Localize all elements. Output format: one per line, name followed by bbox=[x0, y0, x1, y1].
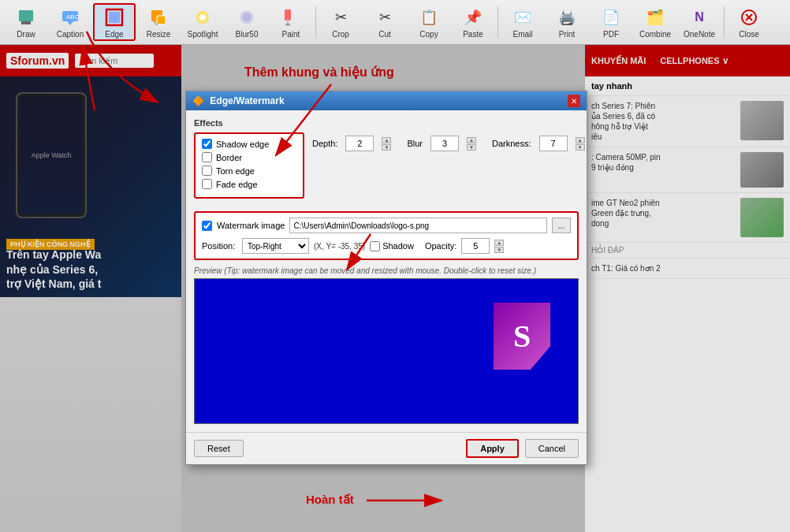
close-icon bbox=[738, 6, 760, 28]
tool-cut[interactable]: ✂ Cut bbox=[363, 3, 406, 41]
draw-icon bbox=[15, 6, 37, 28]
toolbar-divider-2 bbox=[497, 6, 498, 38]
tool-draw[interactable]: Draw bbox=[5, 3, 47, 41]
edge-watermark-dialog: 🔶 Edge/Watermark ✕ Effects Shadow edge B… bbox=[185, 91, 587, 465]
print-icon: 🖨️ bbox=[556, 6, 578, 28]
opacity-label: Opacity: bbox=[425, 241, 456, 251]
depth-up[interactable]: ▲ bbox=[382, 137, 391, 143]
depth-input[interactable] bbox=[345, 136, 374, 151]
tool-edge[interactable]: Edge bbox=[93, 3, 136, 41]
email-icon: ✉️ bbox=[512, 6, 534, 28]
shadow-check-row: Shadow bbox=[370, 241, 414, 251]
svg-point-14 bbox=[243, 13, 251, 21]
border-checkbox[interactable] bbox=[202, 152, 212, 162]
xy-value: (X, Y= -35, 35) bbox=[314, 242, 365, 251]
dialog-close-button[interactable]: ✕ bbox=[568, 95, 580, 107]
tool-combine[interactable]: 🗂️ Combine bbox=[634, 3, 676, 41]
copy-icon: 📋 bbox=[418, 6, 440, 28]
resize-icon: ⤡ bbox=[147, 6, 170, 28]
paint-icon bbox=[280, 6, 302, 28]
footer-right-buttons: Apply Cancel bbox=[466, 439, 579, 458]
tool-caption[interactable]: ABC Caption bbox=[49, 3, 91, 41]
shadow-edge-checkbox[interactable] bbox=[202, 139, 212, 149]
blur-label: Blur bbox=[407, 139, 423, 148]
watermark-checkbox[interactable] bbox=[202, 221, 212, 231]
border-row: Border bbox=[202, 152, 296, 162]
opacity-down[interactable]: ▼ bbox=[494, 247, 504, 253]
position-row: Position: Top-Right Top-Left Bottom-Righ… bbox=[202, 238, 571, 254]
tool-paste[interactable]: 📌 Paste bbox=[452, 3, 494, 41]
darkness-spinner: ▲ ▼ bbox=[576, 137, 585, 151]
cancel-button[interactable]: Cancel bbox=[525, 439, 579, 458]
shadow-watermark-checkbox[interactable] bbox=[370, 241, 380, 251]
onenote-icon: N bbox=[688, 6, 710, 28]
dialog-title: 🔶 Edge/Watermark bbox=[192, 95, 285, 106]
tool-crop[interactable]: ✂ Crop bbox=[319, 3, 362, 41]
tool-copy[interactable]: 📋 Copy bbox=[408, 3, 450, 41]
tool-pdf[interactable]: 📄 PDF bbox=[590, 3, 632, 41]
caption-icon: ABC bbox=[59, 6, 81, 28]
torn-edge-row: Torn edge bbox=[202, 166, 296, 176]
tool-resize[interactable]: ⤡ Resize bbox=[137, 3, 180, 41]
tool-email[interactable]: ✉️ Email bbox=[501, 3, 544, 41]
reset-button[interactable]: Reset bbox=[194, 440, 244, 457]
depth-down[interactable]: ▼ bbox=[382, 144, 391, 151]
svg-text:ABC: ABC bbox=[66, 13, 80, 20]
preview-watermark-logo: S bbox=[494, 303, 550, 370]
darkness-input[interactable] bbox=[539, 136, 568, 151]
shadow-edge-row: Shadow edge bbox=[202, 139, 296, 149]
torn-edge-label: Torn edge bbox=[216, 166, 255, 176]
spotlight-icon bbox=[192, 6, 214, 28]
shadow-watermark-label: Shadow bbox=[382, 241, 414, 251]
darkness-label: Darkness: bbox=[492, 139, 531, 148]
browse-button[interactable]: ... bbox=[552, 218, 571, 233]
tool-print[interactable]: 🖨️ Print bbox=[546, 3, 588, 41]
blur-input[interactable] bbox=[430, 136, 459, 151]
preview-area: S bbox=[194, 278, 579, 424]
effects-label: Effects bbox=[194, 118, 579, 128]
svg-rect-1 bbox=[21, 21, 31, 24]
opacity-input[interactable] bbox=[461, 238, 490, 254]
dialog-footer: Reset Apply Cancel bbox=[186, 432, 587, 464]
fade-edge-checkbox[interactable] bbox=[202, 179, 212, 189]
depth-spinner: ▲ ▼ bbox=[382, 137, 391, 151]
tool-blur50[interactable]: Blur50 bbox=[225, 3, 268, 41]
dialog-body: Effects Shadow edge Border Torn edge bbox=[186, 110, 587, 432]
watermark-path-input[interactable] bbox=[289, 218, 547, 233]
darkness-down[interactable]: ▼ bbox=[576, 144, 585, 151]
params-section: Depth: ▲ ▼ Blur ▲ ▼ Darkness: ▲ bbox=[312, 132, 585, 205]
tool-close[interactable]: Close bbox=[728, 3, 770, 41]
done-annotation: Hoàn tất bbox=[306, 493, 354, 507]
watermark-section: Watermark image ... Position: Top-Right … bbox=[194, 211, 579, 260]
toolbar-divider-1 bbox=[315, 6, 316, 38]
darkness-up[interactable]: ▲ bbox=[576, 137, 585, 143]
edge-icon bbox=[103, 6, 125, 28]
fade-edge-label: Fade edge bbox=[216, 180, 258, 189]
depth-label: Depth: bbox=[312, 139, 337, 148]
toolbar-divider-3 bbox=[724, 6, 725, 38]
dialog-titlebar: 🔶 Edge/Watermark ✕ bbox=[186, 91, 587, 110]
opacity-up[interactable]: ▲ bbox=[494, 240, 504, 246]
svg-rect-0 bbox=[19, 10, 33, 21]
blur-down[interactable]: ▼ bbox=[467, 144, 476, 151]
svg-text:⤡: ⤡ bbox=[153, 20, 158, 27]
depth-row: Depth: ▲ ▼ Blur ▲ ▼ Darkness: ▲ bbox=[312, 136, 585, 151]
watermark-label: Watermark image bbox=[217, 221, 285, 230]
torn-edge-checkbox[interactable] bbox=[202, 166, 212, 176]
border-label: Border bbox=[216, 153, 242, 162]
svg-rect-15 bbox=[285, 9, 291, 20]
fade-edge-row: Fade edge bbox=[202, 179, 296, 189]
position-select[interactable]: Top-Right Top-Left Bottom-Right Bottom-L… bbox=[242, 238, 309, 254]
svg-point-12 bbox=[199, 14, 206, 20]
svg-marker-3 bbox=[67, 21, 73, 25]
blur-up[interactable]: ▲ bbox=[467, 137, 476, 143]
tool-spotlight[interactable]: Spotlight bbox=[181, 3, 224, 41]
shadow-edge-label: Shadow edge bbox=[216, 140, 269, 149]
toolbar: Draw ABC Caption Edge ⤡ Resize Spotlight… bbox=[0, 0, 790, 45]
apply-button[interactable]: Apply bbox=[466, 439, 519, 458]
opacity-spinner: ▲ ▼ bbox=[494, 240, 504, 253]
tool-onenote[interactable]: N OneNote bbox=[678, 3, 721, 41]
pdf-icon: 📄 bbox=[600, 6, 622, 28]
tool-paint[interactable]: Paint bbox=[270, 3, 312, 41]
paste-icon: 📌 bbox=[462, 6, 484, 28]
